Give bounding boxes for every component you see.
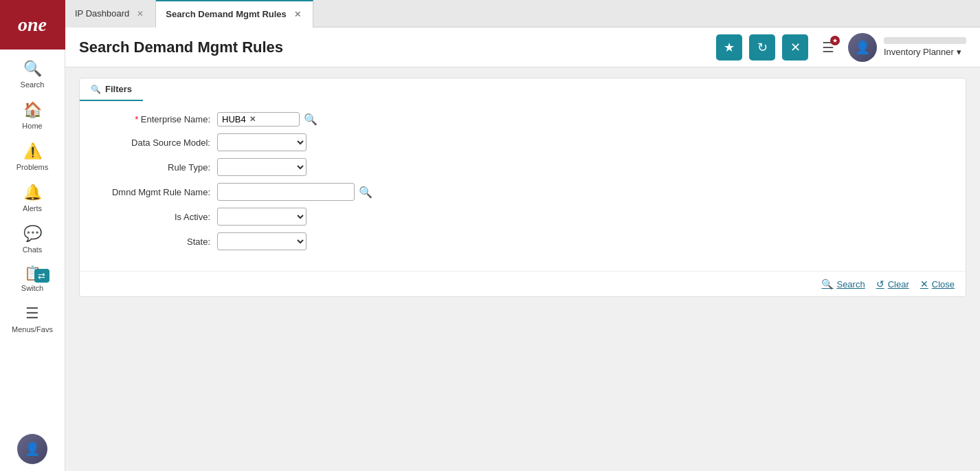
data-source-label: Data Source Model: (93, 138, 217, 148)
menu-badge: ★ (830, 36, 840, 45)
filter-row-isactive: Is Active: (93, 208, 952, 226)
is-active-label: Is Active: (93, 212, 217, 222)
tab-bar: IP Dashboard ✕ Search Demand Mgmt Rules … (65, 0, 980, 28)
rule-type-label: Rule Type: (93, 162, 217, 173)
close-page-button[interactable]: ✕ (782, 34, 808, 61)
sidebar-item-home[interactable]: 🏠 Home (0, 94, 65, 135)
search-action-icon: 🔍 (821, 278, 833, 289)
dmnd-rule-name-field[interactable] (217, 183, 355, 201)
menus-icon: ☰ (25, 305, 39, 322)
sidebar-avatar[interactable]: 👤 (17, 434, 47, 464)
tab-close-ip-dashboard[interactable]: ✕ (135, 8, 146, 19)
sidebar: one 🔍 Search 🏠 Home ⚠️ Problems 🔔 Alerts… (0, 0, 65, 471)
page-content: 🔍 Filters Enterprise Name: HUB4 ✕ 🔍 (65, 67, 980, 471)
user-role-label: Inventory Planner (884, 47, 954, 57)
state-select[interactable] (217, 232, 307, 250)
filters-tab[interactable]: 🔍 Filters (80, 78, 143, 101)
state-label: State: (93, 237, 217, 247)
filter-tab-icon: 🔍 (91, 85, 101, 94)
rule-type-input (217, 158, 307, 176)
tab-close-search-demand[interactable]: ✕ (292, 9, 303, 20)
user-role-row: Inventory Planner ▾ (884, 47, 966, 57)
filter-row-state: State: (93, 232, 952, 250)
enterprise-name-label: Enterprise Name: (93, 114, 217, 124)
switch-badge-icon: ⇄ (34, 269, 49, 283)
filters-panel: 🔍 Filters Enterprise Name: HUB4 ✕ 🔍 (79, 78, 966, 297)
enterprise-name-input: HUB4 ✕ 🔍 (217, 112, 318, 127)
user-role-dropdown[interactable]: ▾ (957, 47, 961, 57)
favorite-button[interactable]: ★ (716, 34, 742, 61)
data-source-select[interactable] (217, 133, 307, 151)
menu-button[interactable]: ☰ ★ (815, 34, 841, 61)
close-icon: ✕ (790, 40, 801, 55)
search-icon: 🔍 (23, 60, 42, 78)
dmnd-rule-name-label: Dmnd Mgmt Rule Name: (93, 187, 217, 197)
filter-row-enterprise: Enterprise Name: HUB4 ✕ 🔍 (93, 112, 952, 127)
state-input (217, 232, 307, 250)
page-header: Search Demand Mgmt Rules ★ ↻ ✕ ☰ ★ 👤 I (65, 28, 980, 67)
refresh-icon: ↻ (757, 40, 768, 55)
sidebar-item-menus[interactable]: ☰ Menus/Favs (0, 298, 65, 339)
sidebar-item-search[interactable]: 🔍 Search (0, 53, 65, 94)
sidebar-item-alerts[interactable]: 🔔 Alerts (0, 177, 65, 218)
user-name-blurred (884, 37, 966, 44)
dmnd-rule-name-input: 🔍 (217, 183, 372, 201)
header-user-info: Inventory Planner ▾ (884, 37, 966, 57)
search-button[interactable]: 🔍 Search (821, 278, 865, 289)
refresh-button[interactable]: ↻ (749, 34, 775, 61)
tab-search-demand[interactable]: Search Demand Mgmt Rules ✕ (156, 0, 313, 28)
main-content: IP Dashboard ✕ Search Demand Mgmt Rules … (65, 0, 980, 471)
home-icon: 🏠 (23, 101, 42, 119)
sidebar-item-chats[interactable]: 💬 Chats (0, 218, 65, 259)
app-logo[interactable]: one (0, 0, 65, 50)
enterprise-tag-close[interactable]: ✕ (249, 115, 256, 124)
header-avatar[interactable]: 👤 (848, 33, 877, 62)
tab-ip-dashboard[interactable]: IP Dashboard ✕ (65, 0, 156, 28)
alerts-icon: 🔔 (23, 184, 42, 201)
sidebar-item-problems[interactable]: ⚠️ Problems (0, 135, 65, 177)
chats-icon: 💬 (23, 225, 42, 243)
is-active-select[interactable] (217, 208, 307, 226)
close-action-icon: ✕ (920, 278, 928, 289)
filter-row-ruletype: Rule Type: (93, 158, 952, 176)
filters-footer: 🔍 Search ↺ Clear ✕ Close (80, 271, 966, 296)
close-filters-button[interactable]: ✕ Close (920, 278, 955, 289)
is-active-input (217, 208, 307, 226)
filters-body: Enterprise Name: HUB4 ✕ 🔍 Data Source Mo… (80, 101, 966, 271)
dmnd-rule-search-icon[interactable]: 🔍 (359, 186, 372, 199)
enterprise-tag-value: HUB4 (222, 114, 246, 124)
clear-action-icon: ↺ (876, 278, 884, 289)
filters-tab-label: Filters (105, 84, 132, 94)
filter-row-dmnd: Dmnd Mgmt Rule Name: 🔍 (93, 183, 952, 201)
page-title: Search Demand Mgmt Rules (79, 39, 283, 56)
sidebar-bottom: 👤 (0, 434, 65, 471)
header-actions: ★ ↻ ✕ ☰ ★ 👤 Inventory Planner ▾ (716, 33, 966, 62)
clear-button[interactable]: ↺ Clear (876, 278, 909, 289)
problems-icon: ⚠️ (23, 142, 42, 160)
sidebar-item-switch[interactable]: 📋 ⇄ Switch (0, 259, 65, 298)
enterprise-search-icon[interactable]: 🔍 (304, 113, 318, 126)
enterprise-tag: HUB4 ✕ (217, 112, 300, 127)
data-source-input (217, 133, 307, 151)
rule-type-select[interactable] (217, 158, 307, 176)
star-icon: ★ (724, 40, 735, 55)
filter-row-datasource: Data Source Model: (93, 133, 952, 151)
